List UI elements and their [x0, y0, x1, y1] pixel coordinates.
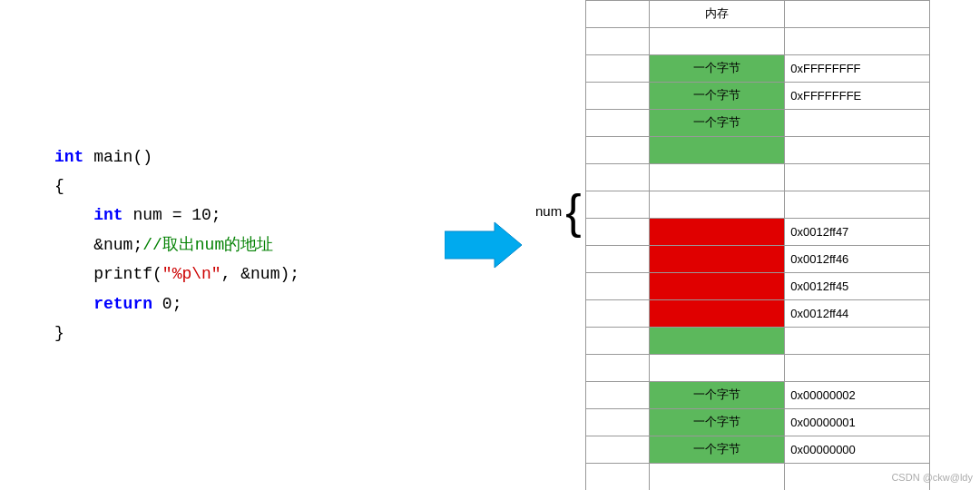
memory-table-wrapper: num { 内存 一个字节 0xFFFFFFFF [585, 0, 930, 490]
keyword-int: int [54, 148, 83, 166]
num-label-group: num { [535, 188, 582, 235]
table-row [586, 463, 930, 490]
watermark: CSDN @ckw@ldy [891, 472, 973, 483]
table-row [586, 354, 930, 381]
table-row-num-3: 0x0012ff45 [586, 272, 930, 299]
arrow-container [440, 218, 531, 272]
table-row [586, 327, 930, 354]
code-line-2: { [54, 172, 390, 201]
code-line-4: &num;//取出num的地址 [54, 230, 390, 260]
right-arrow-icon [445, 218, 526, 272]
table-row: 一个字节 [586, 109, 930, 136]
table-row [586, 136, 930, 163]
table-row [586, 27, 930, 54]
svg-marker-0 [445, 222, 522, 268]
keyword-int2: int [93, 206, 122, 224]
table-row-num-2: 0x0012ff46 [586, 245, 930, 272]
table-row: 一个字节 0xFFFFFFFE [586, 82, 930, 109]
header-mid: 内存 [649, 0, 785, 27]
table-row: 一个字节 0x00000000 [586, 436, 930, 463]
table-row [586, 191, 930, 218]
code-line-6: return 0; [54, 289, 390, 318]
code-panel: int main() { int num = 10; &num;//取出num的… [27, 124, 408, 367]
code-line-5: printf("%p\n", &num); [54, 260, 390, 289]
header-left [586, 0, 650, 27]
code-line-7: } [54, 318, 390, 348]
code-line-3: int num = 10; [54, 201, 390, 230]
memory-header-row: 内存 [586, 0, 930, 27]
table-row-num-1: 0x0012ff47 [586, 218, 930, 245]
memory-table: 内存 一个字节 0xFFFFFFFF 一个字节 0xFFFFFFFE [585, 0, 930, 490]
table-row: 一个字节 0xFFFFFFFF [586, 54, 930, 82]
table-row-num-4: 0x0012ff44 [586, 299, 930, 327]
header-right [785, 0, 930, 27]
memory-panel: num { 内存 一个字节 0xFFFFFFFF [563, 0, 953, 490]
brace-icon: { [565, 188, 581, 235]
table-row [586, 163, 930, 191]
table-row: 一个字节 0x00000002 [586, 381, 930, 408]
code-line-1: int main() [54, 142, 390, 172]
num-label: num [535, 203, 562, 219]
table-row: 一个字节 0x00000001 [586, 408, 930, 436]
